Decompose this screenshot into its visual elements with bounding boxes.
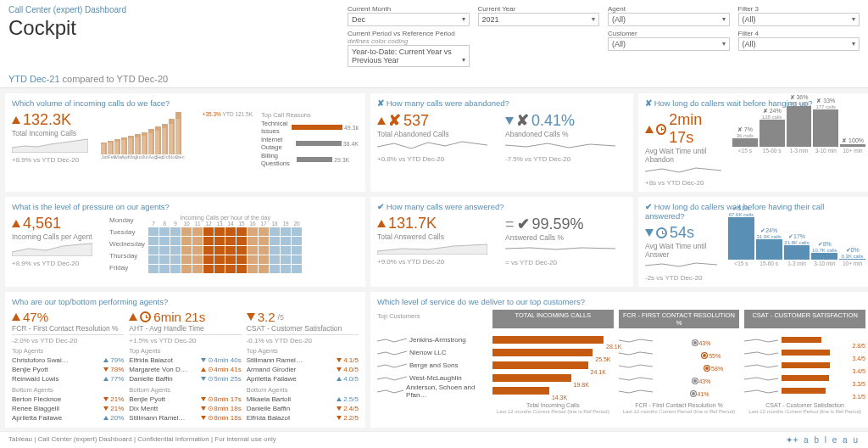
dashboard-grid: Which volume of incoming calls do we fac…: [0, 88, 868, 433]
filter-label: Current Period vs Reference Period defin…: [348, 30, 470, 45]
triangle-up-icon: [645, 126, 654, 133]
card-wait-abandon: ✘ How long do callers wait before hangin…: [638, 93, 868, 192]
clock-icon: [656, 124, 666, 135]
wait-abandon-distribution[interactable]: ✘ 7%36 calls<15 s✘ 24%128 calls15-60 s✘ …: [732, 111, 865, 154]
ytd-compare: compared to YTD Dec-20: [63, 74, 169, 84]
sparkline-icon: [12, 241, 92, 256]
kpi-delta: -2.0% vs YTD Dec-20: [12, 337, 124, 344]
triangle-up-icon: [12, 116, 20, 124]
col-header-calls: TOTAL INCOMING CALLS: [492, 310, 614, 328]
col-header-fcr: FCR - FIRST CONTACT RESOLUTION %: [619, 310, 740, 328]
wait-answer-distribution[interactable]: ✔51%67.6K calls<15 s✔24%31.9K calls15-60…: [728, 224, 865, 266]
filter-period[interactable]: Year-to-Date: Current Year vs Previous Y…: [348, 45, 470, 67]
kpi-abandoned-pct: ✘0.41%: [505, 111, 626, 130]
kpi-label: AHT - Avg Handle Time: [129, 324, 241, 335]
kpi-delta: +0.8% vs YTD Dec-20: [377, 155, 498, 163]
filter-4[interactable]: (All): [738, 37, 860, 51]
card-question: Which volume of incoming calls do we fac…: [12, 98, 359, 108]
card-question: Who are our top/bottom performing agents…: [12, 297, 359, 306]
kpi-delta: -0.1% vs YTD Dec-20: [247, 337, 359, 344]
kpi-label: FCR - First Contact Resolution %: [12, 324, 124, 335]
check-icon: ✔: [377, 202, 384, 211]
filter-label: Customer: [608, 30, 730, 37]
tableau-logo: ✦+ a b l e a u: [786, 435, 860, 445]
card-question: ✘ How many calls were abandoned?: [377, 98, 626, 108]
kpi-label: Incoming Calls per Agent: [12, 232, 101, 241]
filter-label: Filter 4: [738, 30, 860, 37]
sparkline-icon: [12, 137, 88, 153]
triangle-up-icon: [12, 220, 20, 227]
card-question: Which level of service do we deliver to …: [377, 297, 865, 306]
col-header-csat: CSAT - CUSTOMER SATISFACTION: [744, 310, 865, 328]
kpi-label: Total Incoming Calls: [12, 129, 92, 137]
kpi-label: Abandoned Calls %: [505, 130, 626, 138]
check-icon: ✔: [645, 202, 652, 211]
triangle-down-icon: [247, 313, 255, 321]
triangle-down-icon: [505, 117, 514, 125]
triangle-up-icon: [129, 313, 137, 321]
card-abandoned: ✘ How many calls were abandoned? ✘ 537 T…: [370, 93, 633, 192]
filter-bar: Current MonthDec Current Year2021 Agent(…: [348, 5, 860, 67]
kpi-label: Total Abandoned Calls: [377, 130, 498, 138]
col-header-customers: Top Customers: [377, 310, 487, 328]
card-question: ✔ How many calls were answered?: [377, 202, 626, 211]
kpi-abandoned-total: ✘ 537: [377, 111, 498, 130]
kpi-delta: -2s vs YTD Dec-20: [645, 274, 721, 282]
sparkline-icon: [505, 242, 615, 255]
kpi-label: CSAT - Customer Satisfaction: [247, 324, 359, 335]
kpi-wait-abandon: 2min 17s: [645, 111, 726, 147]
kpi-total-calls: 132.3K: [12, 111, 92, 129]
filter-label: Filter 3: [738, 5, 860, 13]
kpi-delta: +8s vs YTD Dec-20: [645, 179, 726, 187]
kpi-label: Avg Wait Time until Abandon: [645, 147, 726, 164]
x-icon: ✘: [645, 98, 652, 108]
footer-text: Tableau | Call Center (expert) Dashboard…: [8, 435, 276, 445]
header: Call Center (expert) Dashboard Cockpit C…: [0, 0, 868, 70]
agent-csat: 3.2/5 CSAT - Customer Satisfaction -0.1%…: [247, 310, 359, 423]
filter-label: Agent: [608, 5, 730, 13]
sparkline-icon: [645, 164, 721, 176]
kpi-label: Avg Wait Time until Answer: [645, 242, 721, 259]
heatmap-chart[interactable]: MondayTuesdayWednesdayThursdayFriday Inc…: [109, 215, 302, 273]
filter-label: Current Year: [478, 5, 600, 13]
kpi-delta: +8.9% vs YTD Dec-20: [12, 156, 92, 164]
filter-month[interactable]: Dec: [348, 13, 470, 26]
clock-icon: [140, 311, 151, 322]
card-pressure: What is the level of pressure on our age…: [5, 197, 365, 287]
kpi-answered-total: 131.7K: [377, 215, 498, 232]
footer: Tableau | Call Center (expert) Dashboard…: [0, 431, 868, 448]
monthly-bars-chart[interactable]: +35.3% YTD 121.5K JanFebMarAprMayJunJulA…: [101, 111, 253, 160]
filter-3[interactable]: (All): [738, 13, 860, 26]
kpi-calls-per-agent: 4,561: [12, 215, 101, 232]
card-question: What is the level of pressure on our age…: [12, 202, 359, 211]
card-volume: Which volume of incoming calls do we fac…: [5, 93, 365, 192]
filter-label: Current Month: [348, 5, 470, 13]
sparkline-icon: [377, 138, 487, 152]
kpi-delta: +9.0% vs YTD Dec-20: [377, 258, 498, 266]
filter-customer[interactable]: (All): [608, 37, 730, 51]
ytd-period: YTD Dec-21: [8, 74, 60, 84]
card-question: ✔ How long do callers wait before having…: [645, 202, 865, 221]
kpi-answered-pct: = ✔ 99.59%: [505, 215, 626, 233]
kpi-wait-answer: 54s: [645, 224, 721, 242]
kpi-delta: +1.5% vs YTD Dec-20: [129, 337, 241, 344]
triangle-up-icon: [12, 313, 20, 321]
card-answered: ✔ How many calls were answered? 131.7K T…: [370, 197, 633, 287]
breadcrumb[interactable]: Call Center (expert) Dashboard: [8, 5, 348, 14]
card-wait-answer: ✔ How long do callers wait before having…: [638, 197, 868, 287]
heatmap-title: Incoming Calls per hour of the day: [148, 215, 302, 221]
kpi-label: Total Answered Calls: [377, 232, 498, 241]
agent-fcr: 47% FCR - First Contact Resolution % -2.…: [12, 310, 124, 423]
filter-agent[interactable]: (All): [608, 13, 730, 26]
page-title: Cockpit: [8, 16, 348, 40]
sparkline-icon: [645, 259, 717, 271]
kpi-label: Answered Calls %: [505, 233, 626, 242]
kpi-delta: -7.5% vs YTD Dec-20: [505, 155, 626, 163]
triangle-up-icon: [377, 117, 386, 125]
kpi-delta: = vs YTD Dec-20: [505, 259, 626, 266]
clock-icon: [656, 227, 667, 238]
top-call-reasons: Top Call Reasons Technical Issues49.3kIn…: [261, 111, 359, 168]
filter-year[interactable]: 2021: [478, 13, 600, 26]
triangle-down-icon: [645, 229, 654, 237]
kpi-delta: +8.9% vs YTD Dec-20: [12, 260, 101, 267]
